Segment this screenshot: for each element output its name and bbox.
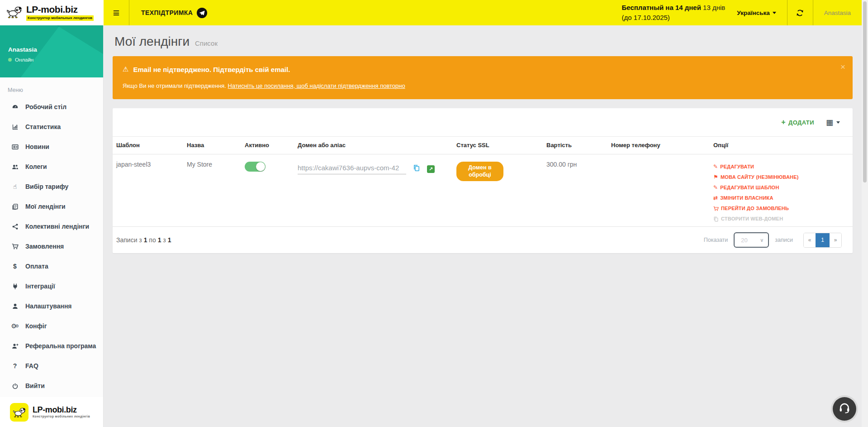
sidebar-profile: Anastasia Онлайн xyxy=(0,25,103,77)
option-site-language[interactable]: ⚑ МОВА САЙТУ (НЕЗМІНЮВАНЕ) xyxy=(713,172,849,182)
current-page-button[interactable]: 1 xyxy=(816,233,830,247)
warning-icon: ⚠ xyxy=(123,65,128,73)
sidebar-item-statistics[interactable]: Статистика xyxy=(0,117,103,137)
profile-status-label: Онлайн xyxy=(15,57,33,62)
col-domain: Домен або аліас xyxy=(294,137,453,154)
language-flag-icon: ⚑ xyxy=(713,172,718,182)
sidebar-item-settings[interactable]: Налаштування xyxy=(0,296,103,316)
support-label: ТЕХПІДТРИМКА xyxy=(141,9,193,16)
cell-template: japan-steel3 xyxy=(113,154,183,227)
sidebar-item-dashboard[interactable]: Робочий стіл xyxy=(0,97,103,117)
col-template: Шаблон xyxy=(113,137,183,154)
show-label: Показати xyxy=(704,237,728,243)
col-ssl-status: Статус SSL xyxy=(453,137,543,154)
sidebar-menu: Робочий стіл Статистика Новини Колеги ☝ … xyxy=(0,97,103,396)
sidebar-item-logout[interactable]: Вийти xyxy=(0,376,103,396)
domain-input[interactable] xyxy=(298,163,406,174)
sidebar-item-tariff[interactable]: ☝ Вибір тарифу xyxy=(0,177,103,197)
share-icon xyxy=(9,223,20,230)
support-link[interactable]: ТЕХПІДТРИМКА xyxy=(129,0,219,25)
headset-icon xyxy=(839,402,850,416)
pager: « 1 » xyxy=(803,233,842,248)
scrollbar-thumb[interactable] xyxy=(863,1,867,182)
sidebar-item-collective-landings[interactable]: Колективні лендінги xyxy=(0,216,103,236)
copy-icon[interactable] xyxy=(413,164,420,174)
external-link-icon[interactable]: ↗ xyxy=(427,165,435,173)
caret-down-icon xyxy=(773,12,776,14)
col-name: Назва xyxy=(183,137,241,154)
close-icon[interactable]: × xyxy=(840,62,845,71)
sidebar-item-config[interactable]: ⚙⚙ Конфіг xyxy=(0,316,103,336)
menu-section-label: Меню xyxy=(8,87,103,93)
sidebar: Anastasia Онлайн Меню Робочий стіл Стати… xyxy=(0,25,104,427)
resend-confirmation-link[interactable]: Натисніть це посилання, щоб надіслати пі… xyxy=(228,82,405,89)
sidebar-item-my-landings[interactable]: Мої лендінги xyxy=(0,197,103,216)
copy-icon xyxy=(713,216,719,222)
user-plus-icon xyxy=(9,343,20,350)
col-active: Активно xyxy=(241,137,294,154)
plus-icon: + xyxy=(781,118,786,126)
alert-body-text: Якщо Ви не отримали підтвердження. xyxy=(123,82,228,89)
alert-title: Email не підтверджено. Підтвердіть свій … xyxy=(133,66,290,73)
active-toggle[interactable] xyxy=(245,162,266,172)
power-icon xyxy=(9,383,20,389)
telegram-icon xyxy=(197,8,207,18)
option-change-owner[interactable]: ⇄ ЗМІНИТИ ВЛАСНИКА xyxy=(713,193,849,203)
option-go-to-orders[interactable]: ПЕРЕЙТИ ДО ЗАМОВЛЕНЬ xyxy=(713,203,849,214)
table-view-toggle[interactable]: ▦ xyxy=(826,119,840,126)
edit-icon: ✎ xyxy=(713,182,718,193)
scrollbar[interactable] xyxy=(862,0,868,427)
refresh-icon[interactable] xyxy=(787,0,813,25)
user-menu[interactable]: Anastasia xyxy=(813,0,862,25)
option-edit-template[interactable]: ✎ РЕДАГУВАТИ ШАБЛОН xyxy=(713,182,849,193)
cart-icon xyxy=(713,206,719,211)
edit-icon: ✎ xyxy=(713,162,718,172)
sidebar-item-faq[interactable]: ? FAQ xyxy=(0,356,103,376)
landings-panel: + ДОДАТИ ▦ Шаблон Назва Активно Домен аб… xyxy=(113,108,853,253)
sidebar-item-integrations[interactable]: Інтеграції xyxy=(0,276,103,296)
cell-phone xyxy=(607,154,710,227)
brand-logo[interactable]: LP-mobi.biz Конструктор мобильных лендин… xyxy=(0,0,104,25)
plug-icon xyxy=(9,283,20,290)
trial-info: Бесплатный на 14 дней 13 днів (до 17.10.… xyxy=(622,3,726,23)
brand-tagline-footer: Конструктор мобільних лендінгів xyxy=(33,415,90,418)
user-icon xyxy=(9,303,20,310)
add-landing-button[interactable]: + ДОДАТИ xyxy=(781,118,814,126)
profile-name: Anastasia xyxy=(8,46,103,53)
option-edit[interactable]: ✎ РЕДАГУВАТИ xyxy=(713,162,849,172)
language-label: Українська xyxy=(737,10,769,16)
trial-until: (до 17.10.2025) xyxy=(622,13,726,23)
trial-title: Бесплатный на 14 дней xyxy=(622,4,701,11)
support-chat-button[interactable] xyxy=(833,397,856,421)
sidebar-item-referral[interactable]: Реферальна програма xyxy=(0,336,103,356)
sidebar-item-news[interactable]: Новини xyxy=(0,137,103,157)
sidebar-item-orders[interactable]: Замовлення xyxy=(0,236,103,256)
pages-icon xyxy=(9,203,20,210)
option-create-web-domain: СТВОРИТИ WEB-ДОМЕН xyxy=(713,214,849,224)
dog-mascot-icon xyxy=(6,5,23,20)
cell-price: 300.00 грн xyxy=(543,154,607,227)
records-label: записи xyxy=(775,237,793,243)
news-icon xyxy=(9,144,20,150)
page-size-select[interactable]: 20 ∨ xyxy=(734,232,769,248)
landings-table: Шаблон Назва Активно Домен або аліас Ста… xyxy=(113,136,853,227)
next-page-button[interactable]: » xyxy=(830,233,841,247)
sidebar-item-payment[interactable]: $ Оплата xyxy=(0,256,103,276)
bar-chart-icon xyxy=(9,124,20,130)
exchange-icon: ⇄ xyxy=(713,193,718,203)
top-header: LP-mobi.biz Конструктор мобильных лендин… xyxy=(0,0,868,25)
language-selector[interactable]: Українська xyxy=(737,10,776,16)
chevron-down-icon: ∨ xyxy=(760,237,764,243)
caret-down-icon xyxy=(836,121,840,124)
prev-page-button[interactable]: « xyxy=(804,233,816,247)
gears-icon: ⚙⚙ xyxy=(9,322,20,330)
toggle-knob xyxy=(256,162,265,171)
hamburger-icon[interactable]: ≡ xyxy=(104,0,129,25)
col-phone: Номер телефону xyxy=(607,137,710,154)
sidebar-footer-logo[interactable]: LP-mobi.biz Конструктор мобільних лендін… xyxy=(0,397,103,427)
page-title: Мої лендінги xyxy=(114,34,190,49)
sidebar-item-colleagues[interactable]: Колеги xyxy=(0,157,103,177)
users-icon xyxy=(9,163,20,170)
brand-name: LP-mobi.biz xyxy=(26,5,94,14)
records-summary: Записи з 1 по 1 з 1 xyxy=(116,236,171,244)
